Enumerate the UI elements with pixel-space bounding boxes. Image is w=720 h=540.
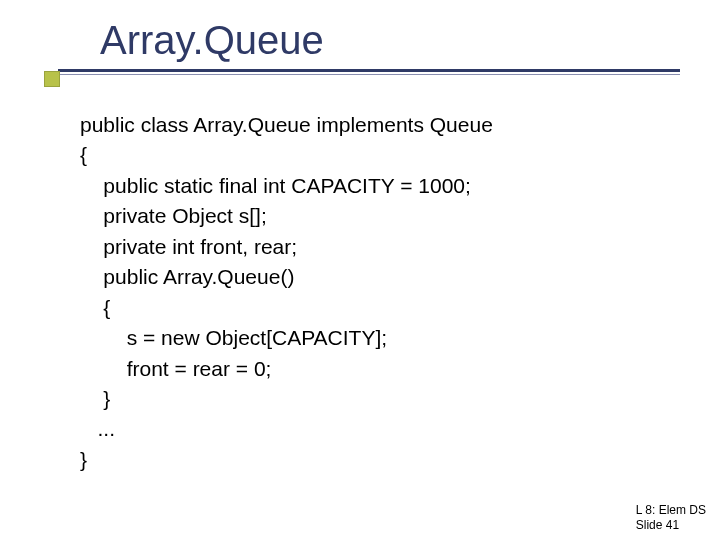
code-line: } xyxy=(80,387,110,410)
slide: Array.Queue public class Array.Queue imp… xyxy=(0,0,720,540)
code-line: front = rear = 0; xyxy=(80,357,271,380)
footer: L 8: Elem DS Slide 41 xyxy=(636,503,706,532)
code-line: public class Array.Queue implements Queu… xyxy=(80,113,493,136)
code-line: public static final int CAPACITY = 1000; xyxy=(80,174,471,197)
code-line: { xyxy=(80,296,110,319)
title-area: Array.Queue xyxy=(30,18,680,75)
code-line: public Array.Queue() xyxy=(80,265,294,288)
code-line: private Object s[]; xyxy=(80,204,267,227)
code-line: private int front, rear; xyxy=(80,235,297,258)
footer-slide-number: Slide 41 xyxy=(636,518,706,532)
code-block: public class Array.Queue implements Queu… xyxy=(80,110,660,475)
footer-course: L 8: Elem DS xyxy=(636,503,706,517)
accent-square xyxy=(44,71,60,87)
code-line: ... xyxy=(80,417,115,440)
title-rule-thin xyxy=(58,74,680,75)
code-line: } xyxy=(80,448,87,471)
code-line: { xyxy=(80,143,87,166)
title-rule-thick xyxy=(58,69,680,72)
slide-title: Array.Queue xyxy=(100,18,680,63)
code-line: s = new Object[CAPACITY]; xyxy=(80,326,387,349)
